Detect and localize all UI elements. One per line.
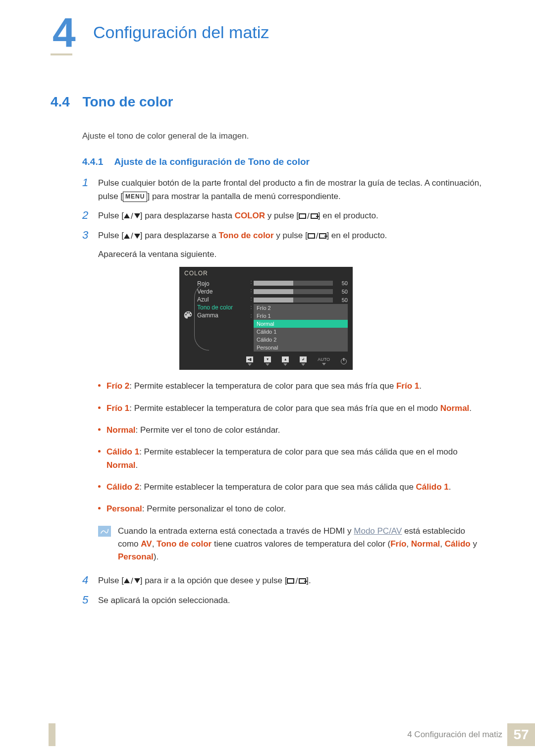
back-icon: ◂▮: [246, 356, 253, 366]
text: Cuando la entrada externa está conectada…: [118, 526, 354, 536]
text: y pulse [: [265, 211, 299, 220]
text: : Permite establecer la temperatura de c…: [129, 403, 440, 413]
content: 4.4 Tono de color Ajuste el tono de colo…: [51, 94, 482, 613]
step-text: Pulse [/] para desplazarse a Tono de col…: [98, 229, 482, 261]
note-row: Cuando la entrada externa está conectada…: [98, 525, 482, 564]
highlight: Personal: [107, 504, 142, 513]
osd-value: 50: [337, 289, 348, 295]
text: .: [419, 381, 422, 391]
text: Pulse [: [98, 211, 124, 220]
osd-screenshot: COLOR Rojo Verde Azul Tono de color Gamm…: [179, 267, 353, 370]
highlight: Tono de color: [218, 231, 273, 240]
text: ,: [440, 539, 444, 549]
highlight: Normal: [107, 425, 136, 435]
highlight: Cálido: [445, 539, 471, 549]
power-icon: [341, 358, 347, 364]
highlight: Normal: [107, 460, 136, 470]
select-source-icon: /: [287, 574, 306, 588]
step-text: Se aplicará la opción seleccionada.: [98, 594, 482, 607]
section-title: Tono de color: [82, 94, 173, 110]
section-heading: 4.4 Tono de color: [51, 94, 482, 110]
bullet-item: Cálido 2: Permite establecer la temperat…: [98, 481, 482, 494]
bullet-dot-icon: [98, 428, 101, 431]
footer: 4 Configuración del matiz 57: [49, 723, 535, 746]
text: tiene cuatros valores de temperatura del…: [212, 539, 390, 549]
highlight: Cálido 1: [416, 482, 449, 492]
highlight: COLOR: [235, 211, 265, 220]
highlight: Frío: [390, 539, 406, 549]
step-number: 4: [82, 574, 91, 587]
highlight: Frío 1: [396, 381, 419, 391]
osd-option: Cálido 2: [254, 336, 348, 344]
text: y: [471, 539, 477, 549]
subsection-heading: 4.4.1 Ajuste de la configuración de Tono…: [82, 156, 482, 167]
down-icon: ▼: [264, 356, 271, 366]
highlight: AV: [141, 539, 152, 549]
osd-option: Personal: [254, 344, 348, 352]
text: : Permite ver el tono de color estándar.: [136, 425, 280, 435]
osd-option: Cálido 1: [254, 328, 348, 336]
bullet-item: Frío 1: Permite establecer la temperatur…: [98, 402, 482, 415]
steps-list: 1 Pulse cualquier botón de la parte fron…: [82, 176, 482, 261]
osd-values: 50 50 50 Frío 2 Frío 1 Normal Cálido 1 C…: [254, 279, 353, 352]
section-intro: Ajuste el tono de color general de la im…: [82, 130, 482, 143]
step-number: 5: [82, 594, 91, 606]
highlight: Frío 2: [107, 381, 129, 391]
highlight: Personal: [118, 552, 154, 561]
up-icon: ▲: [282, 356, 289, 366]
highlight: Cálido 1: [107, 447, 139, 456]
step-2: 2 Pulse [/] para desplazarse hasta COLOR…: [82, 209, 482, 223]
up-down-icon: /: [124, 229, 140, 243]
note-icon: [98, 526, 111, 537]
enter-icon: ↲: [300, 356, 307, 366]
step-text: Pulse [/] para desplazarse hasta COLOR y…: [98, 209, 482, 223]
osd-footer: ◂▮ ▼ ▲ ↲ AUTO: [179, 354, 353, 370]
step-1: 1 Pulse cualquier botón de la parte fron…: [82, 176, 482, 203]
menu-badge: MENU: [123, 192, 147, 202]
bullet-item: Normal: Permite ver el tono de color est…: [98, 424, 482, 437]
section-number: 4.4: [51, 94, 80, 110]
select-source-icon: /: [308, 229, 327, 243]
note-text: Cuando la entrada externa está conectada…: [118, 525, 482, 564]
bullet-dot-icon: [98, 450, 101, 453]
step-number: 2: [82, 209, 91, 222]
text: Pulse [: [98, 231, 124, 240]
highlight: Frío 1: [107, 403, 129, 413]
highlight: Normal: [411, 539, 440, 549]
text: ,: [152, 539, 157, 549]
highlight: Tono de color: [157, 539, 212, 549]
step-number: 3: [82, 229, 91, 242]
text: ] para desplazarse hasta: [140, 211, 235, 220]
highlight: Normal: [440, 403, 470, 413]
text: : Permite establecer la temperatura de c…: [129, 381, 396, 391]
osd-curve-decoration: [194, 283, 209, 351]
osd-colons: :::::: [249, 279, 254, 352]
step-3: 3 Pulse [/] para desplazarse a Tono de c…: [82, 229, 482, 261]
osd-slider-row: 50: [254, 279, 348, 287]
text: ] para desplazarse a: [140, 231, 219, 240]
step-tail: Aparecerá la ventana siguiente.: [98, 248, 482, 261]
osd-slider-row: 50: [254, 287, 348, 296]
select-source-icon: /: [299, 209, 318, 223]
subsection-number: 4.4.1: [82, 156, 112, 167]
osd-option: Frío 2: [254, 304, 348, 312]
link-text: Modo PC/AV: [354, 526, 402, 536]
bullet-dot-icon: [98, 406, 101, 409]
page-number: 57: [507, 723, 535, 746]
bullet-item: Frío 2: Permite establecer la temperatur…: [98, 380, 482, 393]
text: : Permite establecer la temperatura de c…: [139, 447, 458, 456]
osd-slider-row: 50: [254, 296, 348, 304]
step-number: 1: [82, 176, 91, 189]
text: .: [449, 482, 451, 492]
step-text: Pulse cualquier botón de la parte fronta…: [98, 176, 482, 203]
text: .: [469, 403, 472, 413]
up-down-icon: /: [124, 574, 140, 588]
bullet-dot-icon: [98, 485, 101, 488]
text: : Permite personalizar el tono de color.: [142, 504, 286, 513]
bullet-item: Personal: Permite personalizar el tono d…: [98, 503, 482, 515]
text: ] para ir a la opción que desee y pulse …: [140, 576, 287, 585]
highlight: Cálido 2: [107, 482, 139, 492]
text: ] en el producto.: [318, 211, 378, 220]
osd-title: COLOR: [179, 267, 353, 279]
step-4: 4 Pulse [/] para ir a la opción que dese…: [82, 574, 482, 588]
